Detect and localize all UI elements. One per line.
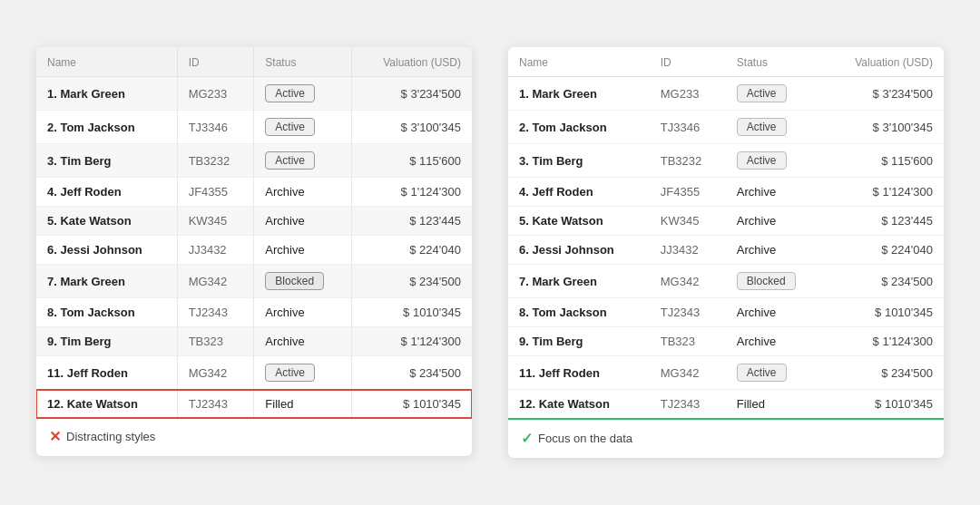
cell-status: Active [726, 77, 823, 111]
cell-name: 6. Jessi Johnson [36, 236, 177, 265]
table-row: 11. Jeff RodenMG342Active$ 234'500 [508, 356, 944, 390]
cell-valuation: $ 1'124'300 [352, 178, 472, 207]
col-header-id: ID [177, 47, 254, 77]
cell-status: Active [726, 144, 823, 178]
table-row: 5. Kate WatsonKW345Archive$ 123'445 [508, 207, 944, 236]
table-row: 1. Mark GreenMG233Active$ 3'234'500 [36, 77, 472, 111]
cell-id: TJ2343 [177, 390, 254, 419]
cell-valuation: $ 115'600 [823, 144, 944, 178]
table-row: 9. Tim BergTB323Archive$ 1'124'300 [36, 327, 472, 356]
status-badge: Active [737, 118, 787, 136]
col-header-name-r: Name [508, 47, 650, 77]
cell-valuation: $ 1'124'300 [823, 327, 944, 356]
cell-status: Archive [254, 178, 352, 207]
table-row: 3. Tim BergTB3232Active$ 115'600 [508, 144, 944, 178]
cell-valuation: $ 123'445 [823, 207, 944, 236]
cell-status: Archive [726, 327, 823, 356]
table-row: 7. Mark GreenMG342Blocked$ 234'500 [36, 265, 472, 298]
right-footer-label: Focus on the data [538, 432, 632, 445]
cell-id: TB3232 [177, 144, 254, 178]
col-header-status-r: Status [726, 47, 823, 77]
cell-valuation: $ 224'040 [823, 236, 944, 265]
cell-id: TJ2343 [177, 298, 254, 327]
table-row: 2. Tom JacksonTJ3346Active$ 3'100'345 [36, 111, 472, 144]
table-row: 8. Tom JacksonTJ2343Archive$ 1010'345 [508, 298, 944, 327]
col-header-id-r: ID [650, 47, 726, 77]
cell-valuation: $ 1010'345 [823, 390, 944, 420]
cell-valuation: $ 123'445 [352, 207, 472, 236]
cell-name: 4. Jeff Roden [36, 178, 177, 207]
cell-status: Active [726, 356, 823, 390]
table-row: 2. Tom JacksonTJ3346Active$ 3'100'345 [508, 111, 944, 144]
cell-status: Blocked [254, 265, 352, 298]
cell-status: Active [254, 144, 352, 178]
cell-valuation: $ 1010'345 [823, 298, 944, 327]
cell-name: 1. Mark Green [36, 77, 177, 111]
cell-valuation: $ 1010'345 [352, 298, 472, 327]
cell-status: Active [254, 356, 352, 390]
cell-name: 12. Kate Watson [508, 390, 650, 420]
col-header-status: Status [254, 47, 352, 77]
cell-status: Archive [726, 236, 823, 265]
right-panel: Name ID Status Valuation (USD) 1. Mark G… [508, 47, 944, 458]
cell-status: Active [254, 111, 352, 144]
cell-status: Archive [726, 178, 823, 207]
status-badge: Active [737, 364, 787, 382]
cell-valuation: $ 115'600 [352, 144, 472, 178]
table-row: 1. Mark GreenMG233Active$ 3'234'500 [508, 77, 944, 111]
table-row: 5. Kate WatsonKW345Archive$ 123'445 [36, 207, 472, 236]
col-header-name: Name [36, 47, 177, 77]
cell-status: Active [726, 111, 823, 144]
cell-status: Blocked [726, 265, 823, 298]
cell-status: Archive [726, 207, 823, 236]
cell-id: KW345 [177, 207, 254, 236]
cell-valuation: $ 234'500 [823, 356, 944, 390]
cell-name: 7. Mark Green [508, 265, 650, 298]
cell-valuation: $ 234'500 [352, 265, 472, 298]
status-badge: Blocked [265, 272, 324, 290]
cell-name: 6. Jessi Johnson [508, 236, 650, 265]
status-badge: Blocked [737, 272, 796, 290]
cell-valuation: $ 1'124'300 [823, 178, 944, 207]
cell-name: 12. Kate Watson [36, 390, 177, 419]
cell-id: KW345 [650, 207, 726, 236]
cell-name: 9. Tim Berg [36, 327, 177, 356]
cell-valuation: $ 3'234'500 [352, 77, 472, 111]
cell-valuation: $ 224'040 [352, 236, 472, 265]
cell-valuation: $ 3'100'345 [823, 111, 944, 144]
table-row: 11. Jeff RodenMG342Active$ 234'500 [36, 356, 472, 390]
cell-name: 5. Kate Watson [508, 207, 650, 236]
table-row: 6. Jessi JohnsonJJ3432Archive$ 224'040 [36, 236, 472, 265]
left-table: Name ID Status Valuation (USD) 1. Mark G… [36, 47, 472, 418]
cell-id: MG233 [177, 77, 254, 111]
col-header-valuation-r: Valuation (USD) [823, 47, 944, 77]
cell-valuation: $ 1'124'300 [352, 327, 472, 356]
status-badge: Active [265, 151, 315, 170]
cell-id: TB323 [177, 327, 254, 356]
cell-id: MG342 [177, 265, 254, 298]
cell-name: 11. Jeff Roden [36, 356, 177, 390]
cell-valuation: $ 3'234'500 [823, 77, 944, 111]
cell-name: 3. Tim Berg [508, 144, 650, 178]
cell-id: MG342 [650, 265, 726, 298]
cell-name: 8. Tom Jackson [508, 298, 650, 327]
cell-id: MG233 [650, 77, 726, 111]
table-row: 4. Jeff RodenJF4355Archive$ 1'124'300 [36, 178, 472, 207]
cell-name: 7. Mark Green [36, 265, 177, 298]
cell-id: TJ2343 [650, 298, 726, 327]
cell-id: MG342 [177, 356, 254, 390]
table-row: 9. Tim BergTB323Archive$ 1'124'300 [508, 327, 944, 356]
cell-valuation: $ 3'100'345 [352, 111, 472, 144]
cell-name: 9. Tim Berg [508, 327, 650, 356]
cell-name: 8. Tom Jackson [36, 298, 177, 327]
cell-name: 2. Tom Jackson [508, 111, 650, 144]
table-row: 12. Kate WatsonTJ2343Filled$ 1010'345 [508, 390, 944, 420]
cell-name: 3. Tim Berg [36, 144, 177, 178]
cell-status: Archive [254, 236, 352, 265]
cell-status: Archive [254, 327, 352, 356]
cell-valuation: $ 234'500 [823, 265, 944, 298]
status-badge: Active [737, 151, 787, 170]
table-row: 8. Tom JacksonTJ2343Archive$ 1010'345 [36, 298, 472, 327]
table-row: 3. Tim BergTB3232Active$ 115'600 [36, 144, 472, 178]
right-panel-footer: ✓ Focus on the data [508, 420, 944, 458]
